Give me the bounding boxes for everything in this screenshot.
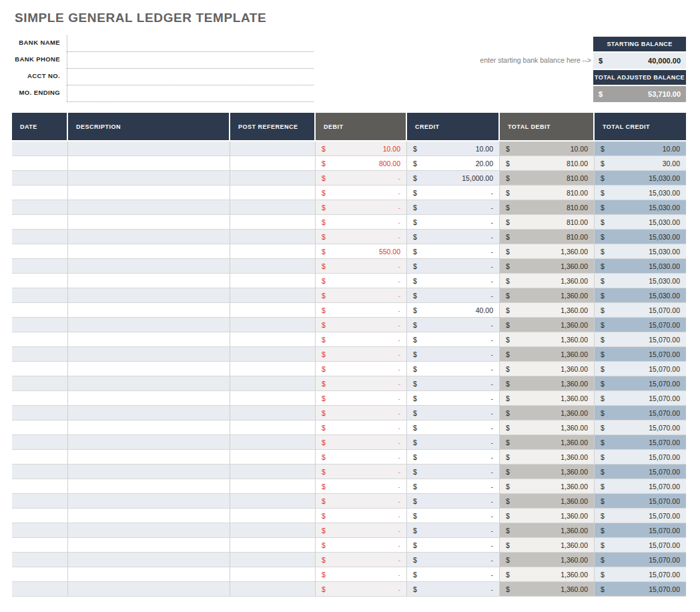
cell-credit[interactable]: $- [407, 332, 500, 347]
cell-date[interactable] [12, 244, 68, 259]
cell-date[interactable] [12, 523, 68, 538]
cell-total_debit[interactable]: $810.00 [500, 230, 595, 244]
cell-description[interactable] [68, 318, 230, 332]
cell-description[interactable] [68, 215, 230, 230]
cell-post_reference[interactable] [230, 494, 316, 509]
cell-debit[interactable]: $- [316, 215, 407, 230]
cell-total_debit[interactable]: $1,360.00 [500, 332, 595, 347]
cell-credit[interactable]: $- [407, 582, 500, 597]
cell-credit[interactable]: $- [407, 376, 500, 391]
cell-total_credit[interactable]: $15,070.00 [595, 406, 686, 420]
cell-total_debit[interactable]: $1,360.00 [500, 420, 595, 435]
cell-debit[interactable]: $- [316, 509, 407, 523]
cell-total_debit[interactable]: $1,360.00 [500, 494, 595, 509]
mo-ending-input[interactable] [67, 85, 314, 102]
cell-date[interactable] [12, 509, 68, 523]
cell-description[interactable] [68, 171, 230, 186]
cell-description[interactable] [68, 230, 230, 244]
cell-post_reference[interactable] [230, 274, 316, 288]
cell-credit[interactable]: $- [407, 288, 500, 303]
cell-debit[interactable]: $- [316, 171, 407, 186]
cell-date[interactable] [12, 450, 68, 465]
cell-post_reference[interactable] [230, 376, 316, 391]
cell-date[interactable] [12, 479, 68, 494]
cell-debit[interactable]: $- [316, 274, 407, 288]
cell-total_debit[interactable]: $1,360.00 [500, 582, 595, 597]
cell-credit[interactable]: $- [407, 553, 500, 567]
cell-date[interactable] [12, 215, 68, 230]
cell-debit[interactable]: $- [316, 259, 407, 274]
cell-date[interactable] [12, 494, 68, 509]
cell-post_reference[interactable] [230, 259, 316, 274]
cell-total_credit[interactable]: $15,030.00 [595, 186, 686, 200]
cell-post_reference[interactable] [230, 141, 316, 156]
cell-debit[interactable]: $- [316, 450, 407, 465]
cell-date[interactable] [12, 347, 68, 362]
cell-post_reference[interactable] [230, 215, 316, 230]
cell-post_reference[interactable] [230, 288, 316, 303]
cell-total_debit[interactable]: $1,360.00 [500, 509, 595, 523]
cell-description[interactable] [68, 479, 230, 494]
cell-credit[interactable]: $- [407, 347, 500, 362]
cell-post_reference[interactable] [230, 465, 316, 479]
cell-post_reference[interactable] [230, 347, 316, 362]
cell-date[interactable] [12, 171, 68, 186]
cell-total_debit[interactable]: $1,360.00 [500, 406, 595, 420]
cell-credit[interactable]: $10.00 [407, 141, 500, 156]
cell-total_debit[interactable]: $1,360.00 [500, 244, 595, 259]
cell-description[interactable] [68, 582, 230, 597]
cell-total_credit[interactable]: $15,070.00 [595, 479, 686, 494]
cell-credit[interactable]: $- [407, 259, 500, 274]
cell-debit[interactable]: $- [316, 567, 407, 582]
cell-debit[interactable]: $- [316, 303, 407, 318]
cell-total_debit[interactable]: $1,360.00 [500, 523, 595, 538]
cell-total_debit[interactable]: $1,360.00 [500, 259, 595, 274]
cell-total_debit[interactable]: $1,360.00 [500, 391, 595, 406]
cell-post_reference[interactable] [230, 303, 316, 318]
cell-description[interactable] [68, 435, 230, 450]
cell-post_reference[interactable] [230, 171, 316, 186]
cell-credit[interactable]: $- [407, 538, 500, 553]
cell-description[interactable] [68, 303, 230, 318]
cell-total_credit[interactable]: $15,070.00 [595, 376, 686, 391]
cell-description[interactable] [68, 450, 230, 465]
cell-description[interactable] [68, 391, 230, 406]
cell-debit[interactable]: $- [316, 391, 407, 406]
cell-debit[interactable]: $- [316, 479, 407, 494]
cell-total_debit[interactable]: $10.00 [500, 141, 595, 156]
cell-date[interactable] [12, 582, 68, 597]
cell-debit[interactable]: $- [316, 420, 407, 435]
cell-credit[interactable]: $- [407, 406, 500, 420]
cell-description[interactable] [68, 259, 230, 274]
cell-debit[interactable]: $- [316, 465, 407, 479]
cell-total_debit[interactable]: $1,360.00 [500, 362, 595, 376]
cell-total_debit[interactable]: $1,360.00 [500, 450, 595, 465]
cell-description[interactable] [68, 288, 230, 303]
cell-total_credit[interactable]: $15,030.00 [595, 230, 686, 244]
cell-date[interactable] [12, 288, 68, 303]
cell-total_debit[interactable]: $1,360.00 [500, 318, 595, 332]
cell-date[interactable] [12, 376, 68, 391]
cell-total_credit[interactable]: $15,070.00 [595, 347, 686, 362]
cell-post_reference[interactable] [230, 230, 316, 244]
cell-credit[interactable]: $- [407, 420, 500, 435]
cell-total_credit[interactable]: $15,030.00 [595, 215, 686, 230]
cell-total_debit[interactable]: $810.00 [500, 215, 595, 230]
cell-post_reference[interactable] [230, 435, 316, 450]
cell-total_credit[interactable]: $15,070.00 [595, 494, 686, 509]
cell-credit[interactable]: $- [407, 509, 500, 523]
cell-credit[interactable]: $- [407, 465, 500, 479]
cell-credit[interactable]: $- [407, 391, 500, 406]
cell-total_credit[interactable]: $15,070.00 [595, 523, 686, 538]
cell-date[interactable] [12, 332, 68, 347]
cell-debit[interactable]: $- [316, 362, 407, 376]
cell-date[interactable] [12, 435, 68, 450]
cell-description[interactable] [68, 244, 230, 259]
cell-credit[interactable]: $- [407, 215, 500, 230]
cell-total_debit[interactable]: $1,360.00 [500, 567, 595, 582]
cell-post_reference[interactable] [230, 523, 316, 538]
cell-total_debit[interactable]: $1,360.00 [500, 274, 595, 288]
cell-credit[interactable]: $- [407, 362, 500, 376]
starting-balance-value-cell[interactable]: $ 40,000.00 [593, 53, 686, 69]
cell-post_reference[interactable] [230, 553, 316, 567]
